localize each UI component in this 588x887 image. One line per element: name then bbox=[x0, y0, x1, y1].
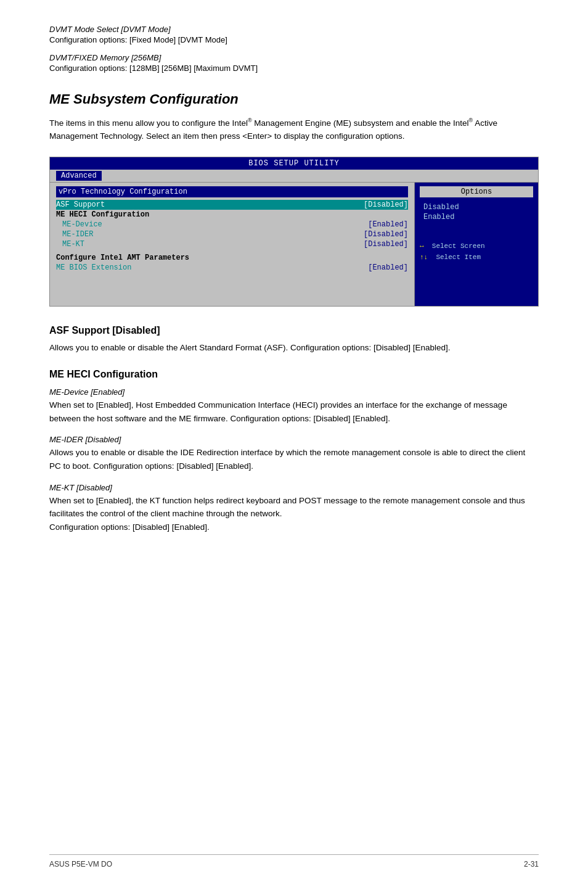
dvmt-config: Configuration options: [Fixed Mode] [DVM… bbox=[49, 35, 539, 44]
me-description: The items in this menu allow you to conf… bbox=[49, 116, 539, 143]
bios-left-panel: vPro Technology Configuration ASF Suppor… bbox=[50, 183, 415, 306]
heci-item-1-label: ME-IDER [Disabled] bbox=[49, 435, 539, 444]
bios-tab-advanced[interactable]: Advanced bbox=[56, 171, 102, 181]
arrow-lr: ↔ bbox=[420, 242, 424, 250]
nav-select-screen: Select Screen bbox=[432, 242, 485, 250]
bios-row-heci-header: ME HECI Configuration bbox=[56, 210, 408, 220]
footer: ASUS P5E-VM DO 2-31 bbox=[49, 854, 539, 868]
dvmtfixed-label: DVMT/FIXED Memory [256MB] bbox=[49, 53, 539, 62]
bios-title: BIOS SETUP UTILITY bbox=[50, 157, 538, 170]
footer-right: 2-31 bbox=[524, 860, 539, 868]
dvmtfixed-config: Configuration options: [128MB] [256MB] [… bbox=[49, 64, 539, 73]
dvmt-label: DVMT Mode Select [DVMT Mode] bbox=[49, 25, 539, 34]
me-section-title: ME Subsystem Configuration bbox=[49, 91, 539, 107]
bios-nav: ↔ Select Screen ↑↓ Select Item bbox=[420, 241, 533, 263]
arrow-ud: ↑↓ bbox=[420, 254, 428, 261]
asf-support-section: ASF Support [Disabled] Allows you to ena… bbox=[49, 325, 539, 355]
bios-options-title: Options bbox=[420, 186, 533, 197]
bios-option-enabled[interactable]: Enabled bbox=[420, 212, 533, 222]
heci-item-1-body: Allows you to enable or disable the IDE … bbox=[49, 446, 539, 472]
bios-right-panel: Options Disabled Enabled ↔ Select Screen… bbox=[415, 183, 538, 306]
bios-box: BIOS SETUP UTILITY Advanced vPro Technol… bbox=[49, 157, 539, 307]
bios-option-disabled[interactable]: Disabled bbox=[420, 202, 533, 212]
heci-title: ME HECI Configuration bbox=[49, 369, 539, 380]
bios-row-asf[interactable]: ASF Support [Disabled] bbox=[56, 200, 408, 210]
bios-tab-bar: Advanced bbox=[50, 170, 538, 183]
heci-section: ME HECI Configuration ME-Device [Enabled… bbox=[49, 369, 539, 534]
bios-content: vPro Technology Configuration ASF Suppor… bbox=[50, 183, 538, 306]
nav-select-item: Select Item bbox=[436, 254, 481, 261]
bios-row-me-bios-ext[interactable]: ME BIOS Extension [Enabled] bbox=[56, 263, 408, 273]
bios-row-me-kt[interactable]: ME-KT [Disabled] bbox=[56, 239, 408, 249]
top-section: DVMT Mode Select [DVMT Mode] Configurati… bbox=[49, 25, 539, 73]
asf-body: Allows you to enable or disable the Aler… bbox=[49, 341, 539, 355]
heci-item-2: ME-KT [Disabled] When set to [Enabled], … bbox=[49, 483, 539, 534]
me-section: ME Subsystem Configuration The items in … bbox=[49, 91, 539, 143]
bios-menu-title: vPro Technology Configuration bbox=[56, 186, 408, 197]
bios-row-amt-header: Configure Intel AMT Parameters bbox=[56, 253, 408, 263]
heci-item-0-body: When set to [Enabled], Host Embedded Com… bbox=[49, 398, 539, 425]
heci-item-2-body: When set to [Enabled], the KT function h… bbox=[49, 494, 539, 534]
bios-row-me-device[interactable]: ME-Device [Enabled] bbox=[56, 220, 408, 229]
asf-title: ASF Support [Disabled] bbox=[49, 325, 539, 336]
footer-left: ASUS P5E-VM DO bbox=[49, 860, 112, 868]
bios-row-me-ider[interactable]: ME-IDER [Disabled] bbox=[56, 229, 408, 239]
heci-item-0: ME-Device [Enabled] When set to [Enabled… bbox=[49, 387, 539, 425]
heci-item-2-label: ME-KT [Disabled] bbox=[49, 483, 539, 492]
heci-item-1: ME-IDER [Disabled] Allows you to enable … bbox=[49, 435, 539, 472]
heci-item-0-label: ME-Device [Enabled] bbox=[49, 387, 539, 397]
